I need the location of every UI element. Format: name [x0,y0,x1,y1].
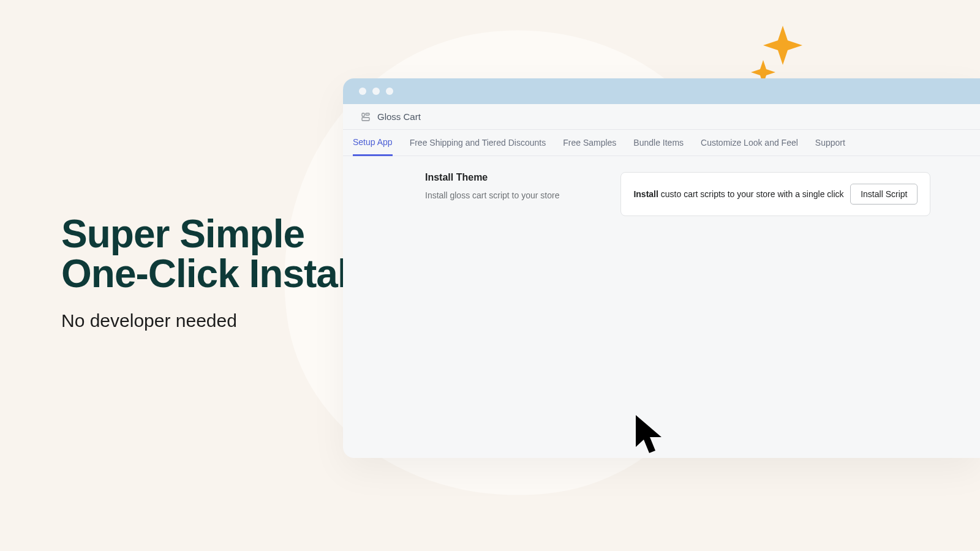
tab-customize[interactable]: Customize Look and Feel [701,130,798,156]
app-icon [361,113,370,121]
install-card-bold: Install [633,189,658,199]
section-subtitle: Install gloss cart script to your store [425,190,559,200]
content-area: Install Theme Install gloss cart script … [343,156,980,216]
window-control-close[interactable] [359,88,366,95]
hero-title-line1: Super Simple [61,212,304,256]
install-card-text: Install custo cart scripts to your store… [633,189,843,199]
hero-subtitle: No developer needed [61,310,358,331]
tab-support[interactable]: Support [815,130,845,156]
svg-rect-0 [362,113,364,116]
install-card-rest: custo cart scripts to your store with a … [658,189,844,199]
hero-title: Super Simple One-Click Install [61,214,358,294]
app-name: Gloss Cart [377,111,421,122]
tab-setup-app[interactable]: Setup App [353,130,393,156]
window-control-maximize[interactable] [386,88,393,95]
window-titlebar [343,78,980,104]
app-window: Gloss Cart Setup App Free Shipping and T… [343,78,980,458]
tab-bundle-items[interactable]: Bundle Items [633,130,684,156]
section-title: Install Theme [425,172,559,183]
tab-free-shipping[interactable]: Free Shipping and Tiered Discounts [410,130,546,156]
tab-bar: Setup App Free Shipping and Tiered Disco… [343,130,980,156]
svg-rect-2 [362,118,369,121]
cursor-icon [633,414,666,462]
window-control-minimize[interactable] [372,88,380,95]
hero-block: Super Simple One-Click Install No develo… [61,214,358,331]
install-card: Install custo cart scripts to your store… [620,172,930,216]
tab-free-samples[interactable]: Free Samples [563,130,616,156]
hero-title-line2: One-Click Install [61,252,358,296]
section-header: Install Theme Install gloss cart script … [425,172,559,216]
install-script-button[interactable]: Install Script [850,184,918,204]
svg-rect-1 [366,113,369,115]
app-header: Gloss Cart [343,104,980,130]
